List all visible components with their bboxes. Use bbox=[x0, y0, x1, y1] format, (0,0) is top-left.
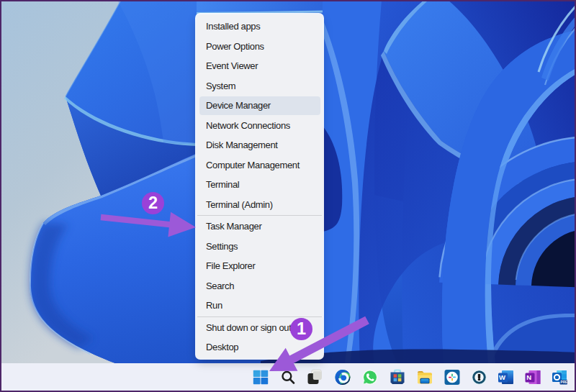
svg-text:W: W bbox=[499, 373, 505, 381]
svg-text:PRE: PRE bbox=[561, 380, 567, 384]
svg-text:N: N bbox=[526, 373, 531, 381]
